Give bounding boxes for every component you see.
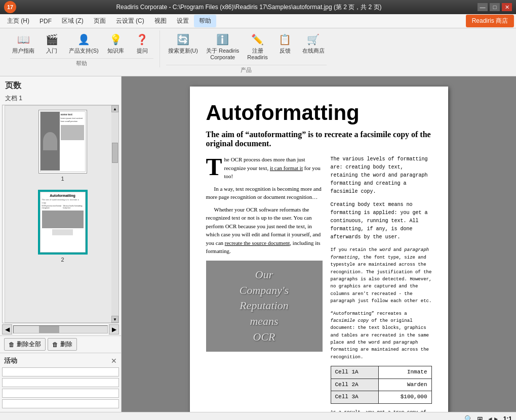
zoom-level: 1:1 (503, 415, 512, 420)
doc-image: OurCompany'sReputationmeansOCR (206, 261, 323, 352)
minimize-button[interactable]: — (478, 3, 488, 11)
table-cell-3a: Cell 3A (331, 391, 379, 404)
h-scroll-controls: ◀ ▶ (0, 323, 121, 335)
onlinestore-icon: 🛒 (305, 31, 322, 48)
page-thumb-border-2: Autoformatting The aim of autoformatting… (38, 190, 88, 255)
right-para4: “Autoformatting” recreates a facsimile c… (331, 310, 432, 361)
feedback-icon: 📋 (277, 31, 293, 48)
kb-icon: 💡 (108, 31, 124, 48)
zoom-in-icon[interactable]: 🔍 (464, 415, 473, 420)
scroll-thumb-v[interactable] (112, 143, 118, 163)
table-row: Cell 3A $100,000 (331, 391, 431, 404)
menu-pdf[interactable]: PDF (34, 16, 57, 27)
main-content: 页数 文档 1 some text lor (0, 76, 516, 412)
right-para2: Creating body text means no formatting i… (331, 201, 432, 241)
activity-header: 活动 ✕ (2, 355, 119, 367)
activity-section: 活动 ✕ (0, 353, 121, 412)
doc-image-text: OurCompany'sReputationmeansOCR (240, 267, 289, 345)
h-scroll-right-btn[interactable]: ▶ (109, 324, 119, 334)
pages-scrollbar: ▲ ▼ (111, 105, 118, 323)
ribbon-btn-onlinestore-label: 在线商店 (302, 48, 325, 54)
doc-table: Cell 1A Inmate Cell 2A Warden Cell 3A $1… (331, 366, 432, 404)
app-logo: 17 (4, 1, 16, 13)
status-bar: 🔍 ⊞ ◄► 1:1 (0, 412, 516, 420)
zoom-separator: ◄► (487, 415, 499, 420)
page-number-2: 2 (61, 257, 64, 263)
ribbon-btn-support[interactable]: 👤 产品支持(S) (67, 30, 101, 55)
menu-region[interactable]: 区域 (Z) (57, 15, 89, 27)
user-guide-icon: 📖 (15, 31, 31, 48)
menu-pages[interactable]: 页面 (89, 15, 111, 27)
activity-close-button[interactable]: ✕ (111, 357, 117, 365)
doc-col-left: T he OCR process does more than just rec… (206, 155, 323, 412)
ribbon-btn-ask-label: 提问 (137, 48, 148, 54)
ribbon-btn-checkupdate-label: 搜索更新(U) (168, 48, 198, 54)
h-scroll-track (13, 325, 108, 333)
menu-cloudsettings[interactable]: 云设置 (C) (111, 15, 149, 27)
ribbon-btn-register[interactable]: ✏️ 注册Readiris (245, 30, 269, 62)
ribbon-btn-onlinestore[interactable]: 🛒 在线商店 (300, 30, 327, 62)
ribbon-btn-getstarted-label: 入门 (46, 48, 57, 54)
ribbon-btn-feedback[interactable]: 📋 反馈 (274, 30, 296, 62)
title-bar: 17 Readiris Corporate - C:\Program Files… (0, 0, 516, 14)
ribbon-btn-ask[interactable]: ❓ 提问 (131, 30, 153, 55)
page-thumb-border-1: some text lorem ipsum text content here … (38, 110, 87, 174)
ribbon-btn-kb[interactable]: 💡 知识库 (105, 30, 127, 55)
activity-input-3[interactable] (2, 389, 119, 398)
table-cell-1a: Cell 1A (331, 366, 379, 379)
restore-button[interactable]: □ (490, 3, 500, 11)
page-thumb-1[interactable]: some text lorem ipsum text content here … (5, 106, 119, 186)
ribbon-btn-kb-label: 知识库 (107, 48, 124, 54)
pages-scroll-area[interactable]: some text lorem ipsum text content here … (5, 105, 119, 323)
doc-view[interactable]: Autoformatting The aim of “autoformattin… (122, 76, 516, 412)
table-row: Cell 1A Inmate (331, 366, 431, 379)
activity-input-4[interactable] (2, 399, 119, 408)
page-thumb-2[interactable]: Autoformatting The aim of autoformatting… (5, 186, 119, 267)
menu-view[interactable]: 视图 (149, 15, 172, 27)
delete-button[interactable]: 🗑 删除 (48, 338, 77, 351)
doc-col-right: The various levels of formatting are: cr… (331, 155, 432, 412)
ribbon-icons-help: 📖 用户指南 🎬 入门 👤 产品支持(S) 💡 知识库 ❓ 提问 (10, 30, 153, 55)
ribbon-btn-getstarted[interactable]: 🎬 入门 (41, 30, 63, 55)
delete-all-button[interactable]: 🗑 删除全部 (4, 338, 46, 351)
h-scroll-thumb[interactable] (39, 326, 59, 333)
register-icon: ✏️ (250, 31, 266, 48)
ribbon-btn-checkupdate[interactable]: 🔄 搜索更新(U) (166, 30, 200, 62)
ribbon-btn-about-label: 关于 ReadirisCorporate (206, 48, 239, 61)
scroll-up-btn[interactable]: ▲ (111, 105, 118, 112)
readiris-store-button[interactable]: Readiris 商店 (466, 15, 514, 27)
ribbon-btn-user-guide-label: 用户指南 (12, 48, 34, 54)
checkupdate-icon: 🔄 (175, 31, 191, 48)
doc-columns: T he OCR process does more than just rec… (206, 155, 432, 412)
recreate-link: recreate the source document (225, 240, 290, 246)
ribbon-btn-user-guide[interactable]: 📖 用户指南 (10, 30, 36, 55)
ribbon-icons-product: 🔄 搜索更新(U) ℹ️ 关于 ReadirisCorporate ✏️ 注册R… (166, 30, 327, 62)
delete-area: 🗑 删除全部 🗑 删除 (0, 335, 121, 353)
trash-icon: 🗑 (52, 341, 58, 348)
ribbon-btn-about[interactable]: ℹ️ 关于 ReadirisCorporate (204, 30, 241, 62)
menu-home[interactable]: 主页 (H) (2, 15, 34, 27)
menu-help[interactable]: 帮助 (194, 15, 216, 27)
table-cell-warden: Warden (379, 379, 431, 391)
page-thumb-img-1: some text lorem ipsum text content here … (40, 111, 86, 172)
page-number-1: 1 (61, 176, 64, 182)
doc-page-title: Autoformatting (206, 101, 432, 125)
activity-input-1[interactable] (2, 367, 119, 376)
activity-input-2[interactable] (2, 378, 119, 387)
getstarted-icon: 🎬 (44, 31, 60, 48)
scroll-track-v (111, 112, 118, 316)
scroll-down-btn[interactable]: ▼ (111, 316, 118, 323)
doc-subtitle: The aim of “autoformatting” is to recrea… (206, 130, 432, 148)
activity-title: 活动 (4, 356, 17, 365)
delete-label: 删除 (60, 340, 72, 349)
fit-page-icon[interactable]: ⊞ (477, 415, 483, 420)
menu-settings[interactable]: 设置 (172, 15, 194, 27)
close-button[interactable]: ✕ (502, 3, 512, 11)
table-cell-2a: Cell 2A (331, 379, 379, 391)
page-thumb-img-2: Autoformatting The aim of autoformatting… (40, 192, 86, 253)
h-scroll-left-btn[interactable]: ◀ (2, 324, 12, 334)
pages-section: 页数 文档 1 some text lor (0, 76, 121, 353)
table-cell-money: $100,000 (379, 391, 431, 404)
right-para1: The various levels of formatting are: cr… (331, 155, 432, 196)
ribbon: 📖 用户指南 🎬 入门 👤 产品支持(S) 💡 知识库 ❓ 提问 帮助 (0, 28, 516, 76)
